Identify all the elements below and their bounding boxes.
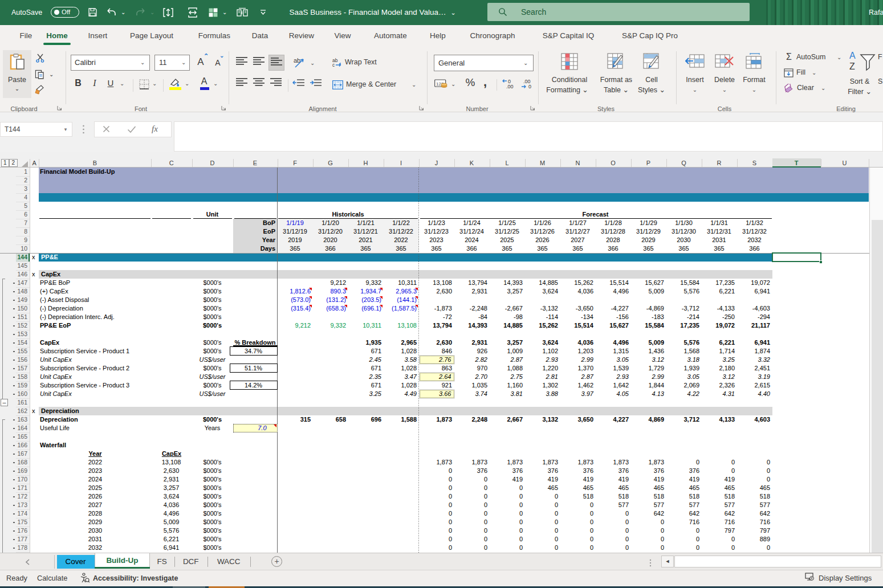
svg-text:.00: .00 bbox=[506, 84, 514, 89]
svg-text:0: 0 bbox=[528, 84, 531, 89]
svg-text:A: A bbox=[849, 51, 856, 60]
svg-text:Z: Z bbox=[849, 62, 855, 71]
